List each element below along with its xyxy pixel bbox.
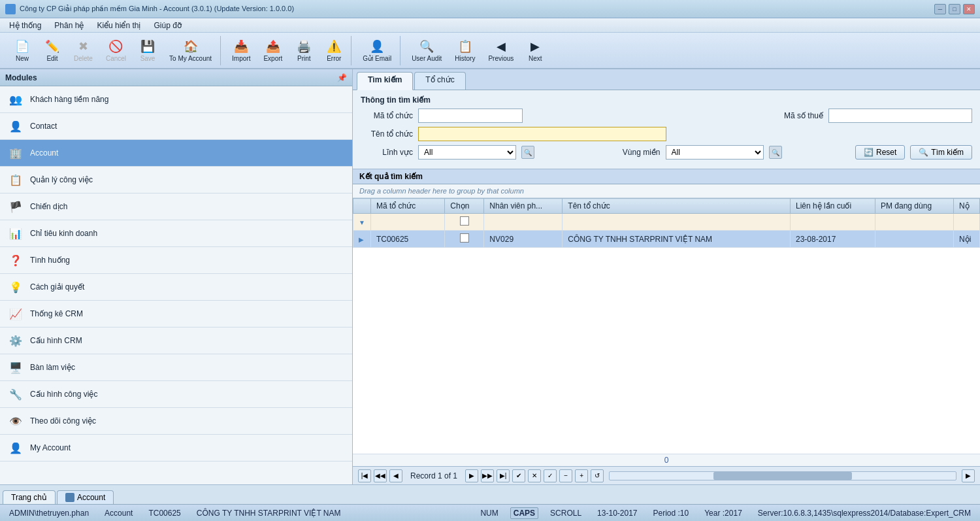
export-button[interactable]: 📤 Export — [257, 36, 288, 65]
user-audit-icon: 🔍 — [419, 39, 434, 54]
sidebar-item-banlam[interactable]: 🖥️ Bàn làm việc — [0, 354, 352, 381]
pager-scroll-right[interactable]: ▶ — [962, 469, 975, 482]
horizontal-scrollbar[interactable] — [609, 471, 956, 480]
tab-timkiem[interactable]: Tìm kiếm — [357, 72, 413, 90]
pager-prev-page[interactable]: ◀◀ — [374, 469, 387, 482]
user-audit-button[interactable]: 🔍 User Audit — [406, 36, 448, 65]
pager-plus[interactable]: + — [575, 469, 588, 482]
cell-chon[interactable] — [445, 231, 484, 248]
pager-last[interactable]: ▶| — [497, 469, 510, 482]
search-section-title: Thông tin tìm kiếm — [361, 95, 972, 105]
sidebar-label-quanlycongviec: Quản lý công việc — [30, 175, 93, 184]
filter-chon[interactable] — [445, 214, 484, 231]
pager-first[interactable]: |◀ — [358, 469, 371, 482]
sidebar-item-theodoi[interactable]: 👁️ Theo dõi công việc — [0, 408, 352, 435]
sidebar-label-chiendich: Chiến dịch — [30, 202, 67, 211]
filter-arrow-cell: ▼ — [353, 214, 371, 231]
col-pmdang[interactable]: PM đang dùng — [875, 199, 954, 214]
delete-button[interactable]: ✖ Delete — [68, 36, 99, 65]
edit-button[interactable]: ✏️ Edit — [38, 36, 67, 65]
pager-next[interactable]: ▶ — [465, 469, 478, 482]
cell-pmdang — [875, 231, 954, 248]
reset-icon: 🔄 — [864, 148, 874, 157]
sidebar-item-khachhang[interactable]: 👥 Khách hàng tiềm năng — [0, 86, 352, 113]
pager-next-page[interactable]: ▶▶ — [481, 469, 494, 482]
scrollbar-thumb[interactable] — [713, 472, 852, 480]
pager-refresh[interactable]: ↺ — [591, 469, 604, 482]
filter-tentochuc[interactable] — [563, 214, 791, 231]
filter-checkbox[interactable] — [460, 216, 469, 226]
col-nhanvien[interactable]: Nhân viên ph... — [484, 199, 563, 214]
menu-item-giupdo[interactable]: Giúp đỡ — [147, 20, 188, 31]
next-icon: ▶ — [531, 39, 540, 54]
sidebar-label-myaccount: My Account — [30, 443, 71, 452]
filter-lienhe[interactable] — [791, 214, 875, 231]
history-button[interactable]: 📋 History — [449, 36, 481, 65]
filter-no[interactable] — [954, 214, 980, 231]
cell-tentochuc: CÔNG TY TNHH STARPRINT VIỆT NAM — [563, 231, 791, 248]
input-masothue[interactable] — [828, 109, 972, 123]
menu-item-phanhe[interactable]: Phân hệ — [48, 20, 90, 31]
sidebar-item-cauhinhcrm[interactable]: ⚙️ Cấu hình CRM — [0, 328, 352, 354]
vungmien-search-icon[interactable]: 🔍 — [769, 146, 782, 159]
sidebar-item-chitieu[interactable]: 📊 Chỉ tiêu kinh doanh — [0, 220, 352, 247]
sidebar-icon-chiendich: 🏴 — [7, 197, 25, 216]
sidebar-item-tinhhung[interactable]: ❓ Tình huống — [0, 247, 352, 274]
search-button[interactable]: 🔍 Tìm kiếm — [910, 145, 972, 160]
col-no[interactable]: Nộ — [954, 199, 980, 214]
search-btn-icon: 🔍 — [919, 148, 928, 157]
error-button[interactable]: ⚠️ Error — [319, 36, 348, 65]
new-button[interactable]: 📄 New — [8, 36, 37, 65]
previous-button[interactable]: ◀ Previous — [482, 36, 519, 65]
table-row[interactable]: ▶ TC00625 NV029 CÔNG TY TNHH STARPRINT V… — [353, 231, 980, 248]
filter-nhanvien[interactable] — [484, 214, 563, 231]
toolbar-group-audit: 🔍 User Audit 📋 History ◀ Previous ▶ Next — [403, 36, 552, 65]
select-linhvuc[interactable]: All — [418, 145, 516, 160]
cancel-button[interactable]: 🚫 Cancel — [100, 36, 132, 65]
pager-checkmark[interactable]: ✓ — [544, 469, 557, 482]
filter-pmdang[interactable] — [875, 214, 954, 231]
send-email-button[interactable]: 👤 Gửi Email — [357, 36, 397, 65]
new-icon: 📄 — [15, 39, 29, 54]
sidebar-item-thongkecrm[interactable]: 📈 Thống kê CRM — [0, 301, 352, 328]
sidebar-item-quanlycongviec[interactable]: 📋 Quản lý công việc — [0, 167, 352, 193]
bottom-tab-trangchu[interactable]: Trang chủ — [3, 490, 56, 504]
pager-minus[interactable]: − — [559, 469, 572, 482]
next-button[interactable]: ▶ Next — [521, 36, 549, 65]
linhvuc-search-icon[interactable]: 🔍 — [521, 146, 534, 159]
sidebar-item-cauhinhcongviec[interactable]: 🔧 Cấu hình công việc — [0, 381, 352, 408]
filter-matochuc[interactable] — [370, 214, 444, 231]
col-tentochuc[interactable]: Tên tổ chức — [563, 199, 791, 214]
to-my-account-button[interactable]: 🏠 To My Account — [163, 36, 218, 65]
sidebar-item-contact[interactable]: 👤 Contact — [0, 113, 352, 140]
sidebar-item-cachgiaiquyet[interactable]: 💡 Cách giải quyết — [0, 274, 352, 301]
pager-prev[interactable]: ◀ — [389, 469, 402, 482]
col-matochuc[interactable]: Mã tổ chức — [370, 199, 444, 214]
menu-item-hesystem[interactable]: Hệ thống — [3, 20, 48, 31]
save-button[interactable]: 💾 Save — [133, 36, 162, 65]
maximize-button[interactable]: □ — [949, 4, 960, 14]
menu-item-kieuhinhthi[interactable]: Kiểu hiển thị — [90, 20, 147, 31]
print-button[interactable]: 🖨️ Print — [289, 36, 318, 65]
reset-button[interactable]: 🔄 Reset — [855, 145, 905, 160]
col-chon[interactable]: Chọn — [445, 199, 484, 214]
input-matochuc[interactable] — [418, 109, 523, 123]
sidebar-item-account[interactable]: 🏢 Account — [0, 140, 352, 167]
sidebar-item-myaccount[interactable]: 👤 My Account — [0, 435, 352, 462]
app-icon — [5, 4, 16, 14]
col-lienhe[interactable]: Liên hệ lần cuối — [791, 199, 875, 214]
select-vungmien[interactable]: All — [666, 145, 764, 160]
minimize-button[interactable]: ─ — [934, 4, 946, 14]
sidebar-pin-icon[interactable]: 📌 — [337, 73, 347, 82]
import-button[interactable]: 📥 Import — [226, 36, 256, 65]
pager-confirm[interactable]: ✔ — [512, 469, 525, 482]
sidebar-item-chiendich[interactable]: 🏴 Chiến dịch — [0, 193, 352, 220]
bottom-tab-account[interactable]: Account — [57, 490, 114, 504]
row-checkbox[interactable] — [460, 233, 469, 243]
input-tentochuc[interactable] — [418, 127, 666, 141]
pager-cross[interactable]: ✕ — [528, 469, 541, 482]
sidebar-label-khachhang: Khách hàng tiềm năng — [30, 95, 108, 104]
close-button[interactable]: ✕ — [963, 4, 975, 14]
tab-tochuc[interactable]: Tổ chức — [414, 72, 465, 90]
sidebar-icon-cauhinhcongviec: 🔧 — [7, 385, 25, 403]
